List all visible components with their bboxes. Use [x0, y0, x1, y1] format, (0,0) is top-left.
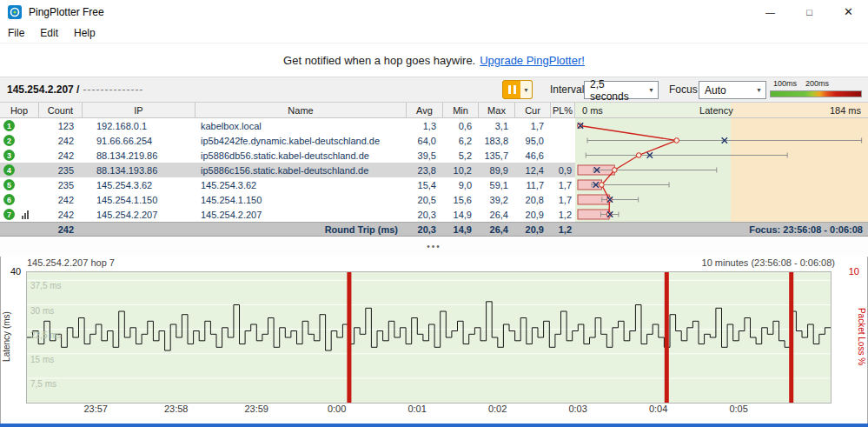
avg-cell: 23,8 [407, 163, 443, 177]
table-header: Hop Count IP Name Avg Min Max Cur PL% 0 … [0, 103, 868, 118]
header-cur[interactable]: Cur [515, 103, 551, 117]
hop-row-7[interactable]: 7242145.254.2.207145.254.2.20720,314,926… [0, 207, 868, 222]
packet-loss-cell: 1,7 [551, 192, 575, 207]
hop-number-badge: 6 [3, 194, 15, 205]
x-axis-label: 0:03 [556, 404, 600, 414]
ip-cell: 145.254.3.62 [83, 177, 195, 192]
rt-label: Round Trip (ms) [195, 223, 407, 236]
hop-number-badge: 2 [3, 135, 15, 146]
packet-loss-bar [347, 272, 351, 403]
count-cell: 123 [39, 118, 83, 133]
header-avg[interactable]: Avg [407, 103, 443, 117]
gridline-label: 15 ms [30, 355, 54, 364]
gridline-label: 30 ms [30, 306, 54, 316]
ip-cell: 88.134.193.86 [83, 163, 195, 177]
rt-pl-cell: 1,2 [551, 223, 575, 236]
packet-loss-cell [551, 133, 575, 148]
header-ip[interactable]: IP [83, 103, 195, 117]
maximize-button[interactable]: □ [790, 0, 829, 23]
latency-graph-cell [575, 177, 868, 192]
ip-cell: 192.168.0.1 [83, 118, 195, 133]
hop-row-2[interactable]: 224291.66.66.254ip5b4242fe.dynamic.kabel… [0, 133, 868, 148]
loss-axis-title: Packet Loss % [856, 271, 866, 402]
min-cell: 10,2 [443, 163, 479, 177]
close-button[interactable]: ✕ [829, 0, 868, 23]
x-axis-label: 0:02 [476, 404, 520, 414]
latency-scale-legend: 100ms 200ms [770, 79, 862, 97]
hop-number-badge: 1 [3, 120, 15, 131]
header-latency[interactable]: 0 ms Latency 184 ms [575, 103, 868, 117]
header-name[interactable]: Name [195, 103, 407, 117]
hop-row-4[interactable]: 423588.134.193.86ip5886c156.static.kabel… [0, 163, 868, 177]
packet-loss-bar [665, 272, 669, 403]
rt-max-cell: 26,4 [479, 223, 515, 236]
hop-number-badge: 4 [3, 164, 15, 176]
menu-edit[interactable]: Edit [32, 27, 66, 39]
legend-labels: 100ms 200ms [770, 79, 862, 88]
x-axis-labels: 23:5723:5823:590:000:010:020:030:040:05 [0, 404, 868, 416]
hop-row-3[interactable]: 324288.134.219.86ip5886db56.static.kabel… [0, 148, 868, 163]
packet-loss-cell [551, 118, 575, 133]
pause-button[interactable] [502, 80, 521, 99]
header-hop[interactable]: Hop [0, 103, 39, 117]
avg-cell: 64,0 [407, 133, 443, 148]
ip-cell: 145.254.2.207 [83, 207, 195, 222]
avg-cell: 15,4 [407, 177, 443, 192]
rt-min-cell: 14,9 [443, 223, 479, 236]
rt-count-cell: 242 [39, 223, 83, 236]
timeline-plot[interactable]: 37,5 ms30 ms22,5 ms15 ms7,5 ms [26, 271, 832, 404]
max-cell: 59,1 [479, 177, 515, 192]
cur-cell: 95,0 [515, 133, 551, 148]
hostname-cell: ip5886db56.static.kabel-deutschland.de [195, 148, 407, 163]
count-cell: 242 [39, 148, 83, 163]
pingplotter-window: PingPlotter Free — □ ✕ File Edit Help Ge… [0, 0, 868, 427]
graphed-hop-icon [22, 210, 29, 219]
hop-row-6[interactable]: 6242145.254.1.150145.254.1.15020,515,639… [0, 192, 868, 207]
menu-help[interactable]: Help [66, 27, 103, 39]
gridline-label: 37,5 ms [30, 281, 62, 290]
focus-range-text: Focus: 23:56:08 - 0:06:08 [575, 223, 868, 236]
pause-dropdown-caret[interactable]: ▼ [520, 80, 533, 99]
header-pl[interactable]: PL% [551, 103, 575, 117]
cur-cell: 12,4 [515, 163, 551, 177]
ip-cell: 88.134.219.86 [83, 148, 195, 163]
min-cell: 6,2 [443, 133, 479, 148]
count-cell: 235 [39, 177, 83, 192]
min-cell: 5,2 [443, 148, 479, 163]
avg-cell: 20,3 [407, 207, 443, 222]
window-title: PingPlotter Free [29, 6, 104, 18]
max-cell: 183,8 [479, 133, 515, 148]
header-max[interactable]: Max [479, 103, 515, 117]
x-axis-label: 0:00 [315, 404, 359, 414]
hostname-cell: ip5886c156.static.kabel-deutschland.de [195, 163, 407, 177]
target-toolbar: 145.254.2.207 /-------------- ▼ Interval… [0, 77, 868, 103]
minimize-button[interactable]: — [751, 0, 790, 23]
x-axis-label: 0:01 [395, 404, 439, 414]
avg-cell: 20,5 [407, 192, 443, 207]
packet-loss-cell: 0,9 [551, 163, 575, 177]
cur-cell: 20,8 [515, 192, 551, 207]
packet-loss-cell: 1,7 [551, 177, 575, 192]
x-axis-label: 23:59 [235, 404, 278, 414]
round-trip-row[interactable]: 242 Round Trip (ms) 20,3 14,9 26,4 20,9 … [0, 222, 868, 237]
focus-select[interactable]: Auto▼ [699, 81, 766, 99]
legend-100ms: 100ms [773, 79, 797, 88]
menubar: File Edit Help [0, 23, 868, 43]
header-count[interactable]: Count [39, 103, 83, 117]
focus-label: Focus [669, 77, 698, 102]
upgrade-link[interactable]: Upgrade PingPlotter! [480, 54, 585, 67]
hostname-cell: 145.254.3.62 [195, 177, 407, 192]
hop-row-5[interactable]: 5235145.254.3.62145.254.3.6215,49,059,11… [0, 177, 868, 192]
count-cell: 242 [39, 133, 83, 148]
splitter-handle[interactable]: ••• [0, 237, 868, 257]
hop-row-1[interactable]: 1123192.168.0.1kabelbox.local1,30,63,11,… [0, 118, 868, 133]
count-cell: 242 [39, 192, 83, 207]
cur-cell: 1,7 [515, 118, 551, 133]
menu-file[interactable]: File [0, 27, 32, 39]
ip-cell: 145.254.1.150 [83, 192, 195, 207]
hop-cell: 5 [0, 177, 39, 192]
latency-scale-max: 184 ms [830, 105, 861, 116]
min-cell: 15,6 [443, 192, 479, 207]
interval-select[interactable]: 2,5 seconds▼ [584, 81, 659, 99]
header-min[interactable]: Min [443, 103, 479, 117]
